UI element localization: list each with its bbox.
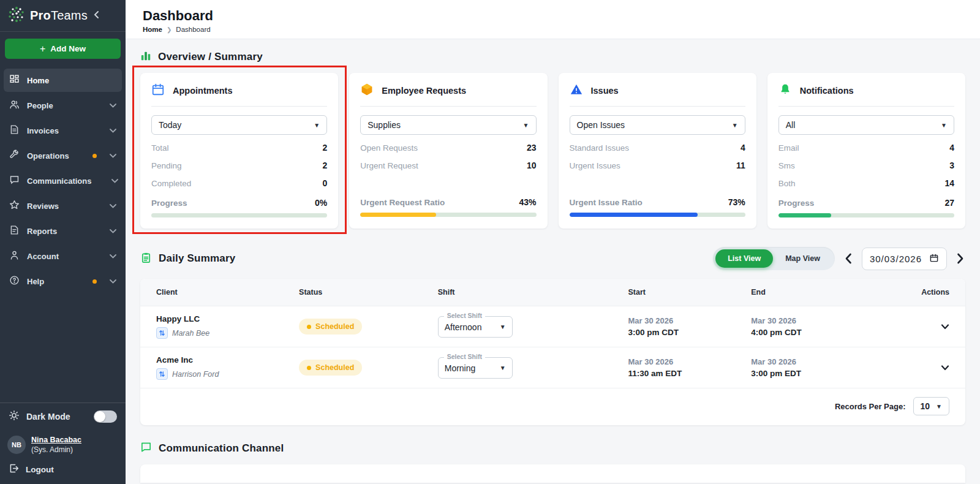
requests-filter-select[interactable]: Supplies ▼: [360, 115, 536, 135]
notifications-filter-select[interactable]: All ▼: [778, 115, 954, 135]
column-header-end: End: [751, 288, 913, 297]
chevron-down-icon: [110, 202, 116, 210]
view-toggle: List View Map View: [713, 247, 835, 270]
help-icon: [9, 275, 20, 287]
appointments-card: Appointments Today ▼ Total2 Pending2 Com…: [140, 73, 338, 229]
shift-select-label: Select Shift: [444, 353, 485, 360]
stat-row: Urgent Request10: [360, 161, 536, 170]
user-role: (Sys. Admin): [31, 445, 81, 454]
issues-filter-select[interactable]: Open Issues ▼: [570, 115, 745, 135]
caret-down-icon: ▼: [500, 365, 506, 371]
wrench-icon: [9, 149, 20, 162]
stat-row: Completed0: [151, 178, 327, 188]
sidebar-item-reports[interactable]: Reports: [4, 219, 122, 243]
sidebar-item-home[interactable]: Home: [4, 69, 122, 92]
sun-icon: [9, 410, 20, 423]
next-day-button[interactable]: [956, 252, 965, 265]
user-profile[interactable]: NB Nina Bacabac (Sys. Admin): [0, 430, 126, 458]
progress-row: Urgent Request Ratio43%: [360, 197, 536, 207]
star-icon: [9, 200, 20, 212]
daily-summary-title: Daily Summary: [159, 252, 235, 265]
shift-select[interactable]: Select Shift Afternoon ▼: [438, 316, 513, 338]
people-icon: [9, 99, 20, 112]
chevron-down-icon: [110, 102, 116, 109]
dark-mode-row: Dark Mode: [0, 403, 126, 430]
stat-row: Urgent Issues11: [570, 161, 745, 170]
row-expand-button[interactable]: [941, 365, 949, 371]
stat-row: Total2: [151, 143, 327, 153]
column-header-actions: Actions: [914, 288, 949, 297]
sidebar-collapse-icon[interactable]: [93, 10, 99, 21]
stat-row: Sms3: [778, 161, 954, 170]
communication-section-header: Communication Channel: [140, 441, 965, 455]
sidebar-item-reviews[interactable]: Reviews: [4, 194, 122, 217]
shift-select[interactable]: Select Shift Morning ▼: [438, 357, 513, 379]
user-name[interactable]: Nina Bacabac: [31, 436, 81, 444]
end-date: Mar 30 2026: [751, 357, 913, 366]
daily-summary-table: Client Status Shift Start End Actions Ha…: [140, 279, 965, 425]
end-time: 4:00 pm CDT: [751, 328, 913, 337]
report-icon: [9, 225, 20, 237]
appointments-filter-select[interactable]: Today ▼: [151, 115, 327, 135]
end-time: 3:00 pm EDT: [751, 369, 913, 378]
column-header-shift: Shift: [438, 288, 628, 297]
chevron-down-icon: [110, 227, 116, 235]
progress-bar: [360, 213, 536, 217]
previous-day-button[interactable]: [843, 252, 853, 265]
dark-mode-label: Dark Mode: [26, 412, 87, 422]
table-row: Acme Inc Harrison Ford Scheduled Select …: [140, 347, 965, 388]
start-time: 3:00 pm CDT: [628, 328, 752, 337]
column-header-client: Client: [156, 288, 299, 297]
caret-down-icon: ▼: [732, 122, 738, 129]
list-view-button[interactable]: List View: [715, 249, 773, 268]
cube-icon: [360, 83, 374, 99]
sidebar-item-invoices[interactable]: Invoices: [4, 119, 122, 142]
row-expand-button[interactable]: [941, 324, 949, 330]
caret-down-icon: ▼: [523, 122, 529, 129]
dark-mode-toggle[interactable]: [94, 410, 117, 423]
swap-arrows-icon[interactable]: [156, 368, 168, 380]
page-title: Dashboard: [143, 8, 963, 24]
breadcrumb-current: Dashboard: [176, 26, 210, 33]
logout-button[interactable]: Logout: [0, 458, 126, 484]
card-title: Appointments: [173, 86, 232, 96]
proteams-logo-icon: [7, 6, 26, 26]
toggle-knob: [94, 411, 105, 422]
breadcrumb-home[interactable]: Home: [143, 26, 162, 33]
progress-bar-fill: [360, 213, 436, 217]
records-per-page-select[interactable]: 10 ▼: [913, 397, 949, 415]
progress-bar: [151, 213, 327, 217]
chevron-down-icon: [110, 278, 116, 285]
client-contact: Harrison Ford: [172, 370, 219, 379]
swap-arrows-icon[interactable]: [156, 327, 168, 339]
chevron-down-icon: [110, 252, 116, 260]
add-new-button[interactable]: + Add New: [5, 39, 121, 59]
records-per-page-label: Records Per Page:: [835, 402, 906, 411]
sidebar-item-account[interactable]: Account: [4, 244, 122, 268]
progress-bar-fill: [570, 213, 698, 217]
map-view-button[interactable]: Map View: [773, 249, 832, 268]
start-date: Mar 30 2026: [628, 316, 752, 325]
client-contact: Marah Bee: [172, 329, 209, 338]
caret-down-icon: ▼: [941, 122, 947, 129]
sidebar-item-help[interactable]: Help: [4, 270, 122, 293]
sidebar-item-communications[interactable]: Communications: [4, 169, 122, 192]
breadcrumb-separator-icon: ❯: [167, 26, 172, 33]
calendar-small-icon[interactable]: [929, 253, 939, 265]
progress-bar: [778, 213, 954, 217]
invoice-icon: [9, 124, 20, 137]
client-name: Happy LLC: [156, 314, 299, 323]
sidebar-item-operations[interactable]: Operations: [4, 144, 122, 167]
sidebar: ProTeams + Add New Home People Invoices …: [0, 0, 126, 484]
client-name: Acme Inc: [156, 355, 299, 365]
overview-section-header: Overview / Summary: [140, 50, 965, 64]
clipboard-icon: [140, 252, 152, 266]
overview-section-title: Overview / Summary: [158, 51, 263, 63]
date-input[interactable]: 30/03/2026: [862, 248, 947, 270]
daily-summary-header: Daily Summary List View Map View 30/03/2…: [140, 247, 965, 270]
column-header-status: Status: [299, 288, 438, 297]
sidebar-item-people[interactable]: People: [4, 94, 122, 117]
main-content: Dashboard Home ❯ Dashboard Overview / Su…: [126, 0, 980, 484]
brand-name: ProTeams: [30, 9, 88, 23]
card-title: Notifications: [800, 86, 854, 96]
